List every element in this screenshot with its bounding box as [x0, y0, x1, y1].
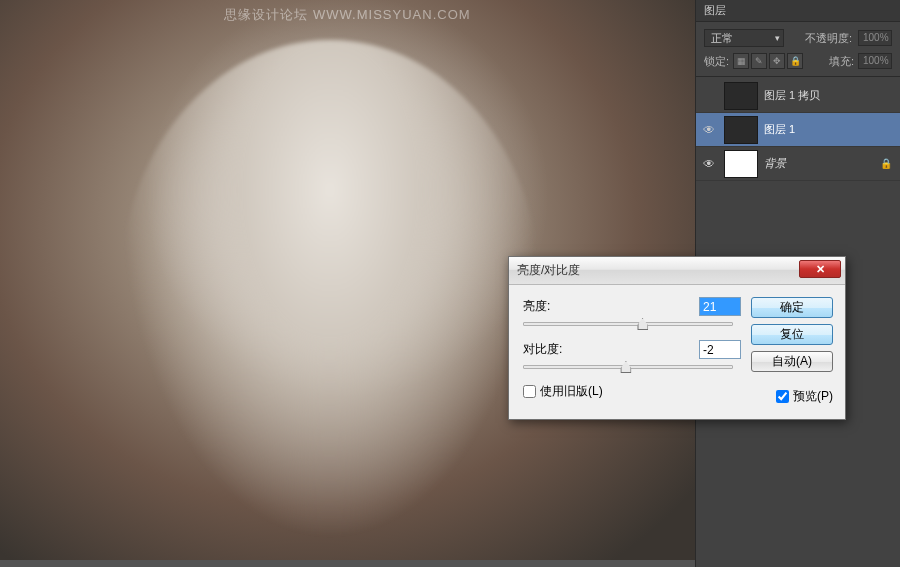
contrast-slider[interactable]: [523, 365, 733, 369]
close-icon: ✕: [816, 263, 825, 276]
layer-row[interactable]: 👁 背景 🔒: [696, 147, 900, 181]
opacity-value[interactable]: 100%: [858, 30, 892, 46]
lock-label: 锁定:: [704, 54, 729, 69]
panel-tabs[interactable]: 图层: [696, 0, 900, 22]
brightness-contrast-dialog: 亮度/对比度 ✕ 亮度: 对比度: 使用旧版(L): [508, 256, 846, 420]
ok-button[interactable]: 确定: [751, 297, 833, 318]
visibility-toggle[interactable]: 👁: [700, 123, 718, 137]
lock-image-icon[interactable]: ✎: [751, 53, 767, 69]
layer-name[interactable]: 图层 1 拷贝: [764, 88, 896, 103]
brightness-slider[interactable]: [523, 322, 733, 326]
visibility-toggle[interactable]: 👁: [700, 157, 718, 171]
dialog-title: 亮度/对比度: [517, 262, 580, 279]
contrast-input[interactable]: [699, 340, 741, 359]
opacity-label: 不透明度:: [805, 31, 852, 46]
lock-icon: 🔒: [880, 158, 892, 169]
lock-position-icon[interactable]: ✥: [769, 53, 785, 69]
layer-name[interactable]: 图层 1: [764, 122, 896, 137]
layer-list: 图层 1 拷贝 👁 图层 1 👁 背景 🔒: [696, 77, 900, 181]
layer-thumbnail[interactable]: [724, 116, 758, 144]
layer-thumbnail[interactable]: [724, 82, 758, 110]
legacy-checkbox[interactable]: [523, 385, 536, 398]
legacy-label: 使用旧版(L): [540, 383, 603, 400]
layer-row[interactable]: 图层 1 拷贝: [696, 79, 900, 113]
reset-button[interactable]: 复位: [751, 324, 833, 345]
layer-thumbnail[interactable]: [724, 150, 758, 178]
brightness-slider-thumb[interactable]: [637, 318, 648, 330]
layer-name[interactable]: 背景: [764, 156, 874, 171]
lock-icons: ▦ ✎ ✥ 🔒: [733, 53, 803, 69]
preview-checkbox[interactable]: [776, 390, 789, 403]
brightness-input[interactable]: [699, 297, 741, 316]
lock-all-icon[interactable]: 🔒: [787, 53, 803, 69]
auto-button[interactable]: 自动(A): [751, 351, 833, 372]
tab-layers[interactable]: 图层: [696, 3, 734, 18]
blend-mode-dropdown[interactable]: 正常: [704, 29, 784, 47]
fill-label: 填充:: [829, 54, 854, 69]
brightness-label: 亮度:: [523, 298, 573, 315]
watermark: 思缘设计论坛 WWW.MISSYUAN.COM: [224, 6, 470, 24]
blend-mode-value: 正常: [711, 31, 733, 46]
lock-transparent-icon[interactable]: ▦: [733, 53, 749, 69]
contrast-slider-thumb[interactable]: [620, 361, 631, 373]
preview-label: 预览(P): [793, 388, 833, 405]
layer-row[interactable]: 👁 图层 1: [696, 113, 900, 147]
close-button[interactable]: ✕: [799, 260, 841, 278]
fill-value[interactable]: 100%: [858, 53, 892, 69]
image-content: [120, 40, 540, 540]
contrast-label: 对比度:: [523, 341, 573, 358]
dialog-titlebar[interactable]: 亮度/对比度 ✕: [509, 257, 845, 285]
